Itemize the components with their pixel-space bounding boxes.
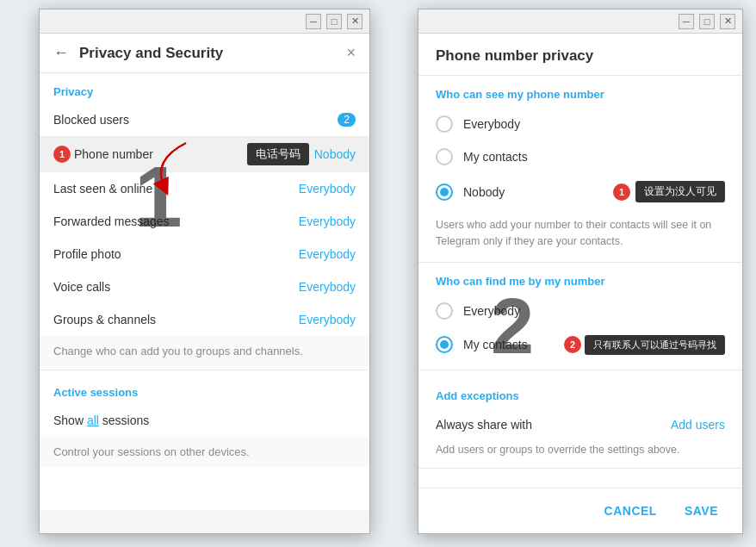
phone-number-value: Nobody xyxy=(314,147,356,161)
panel-title: Privacy and Security xyxy=(79,45,346,62)
divider-1 xyxy=(40,370,369,370)
sessions-description: Control your sessions on other devices. xyxy=(40,437,369,467)
tooltip-phone-number: 电话号码 xyxy=(247,143,309,165)
phone-number-item[interactable]: 1 Phone number 电话号码 Nobody xyxy=(40,136,369,172)
voice-calls-label: Voice calls xyxy=(53,280,299,294)
annotation-circle-2: 2 xyxy=(564,336,581,353)
annotation-circle-1: 1 xyxy=(53,146,71,163)
last-seen-label: Last seen & online xyxy=(53,182,299,196)
last-seen-value: Everybody xyxy=(299,182,356,196)
radio-label-contacts-2: My contacts xyxy=(463,338,559,351)
profile-photo-item[interactable]: Profile photo Everybody xyxy=(40,238,369,270)
panel-body-left: ← Privacy and Security × Privacy Blocked… xyxy=(40,34,369,510)
dialog-header: Phone number privacy xyxy=(418,34,742,76)
radio-circle-everybody-2 xyxy=(436,302,453,320)
radio-circle-contacts-2 xyxy=(436,336,453,353)
window-titlebar-left: ─ □ ✕ xyxy=(40,9,369,34)
panel-header: ← Privacy and Security × xyxy=(40,34,369,73)
voice-calls-value: Everybody xyxy=(299,280,356,294)
radio-label-contacts-1: My contacts xyxy=(463,150,725,164)
add-exceptions-label: Add exceptions xyxy=(418,377,742,409)
dialog-footer: CANCEL SAVE xyxy=(418,488,742,533)
dialog-title: Phone number privacy xyxy=(436,47,725,65)
radio-circle-contacts-1 xyxy=(436,148,453,165)
blocked-users-item[interactable]: Blocked users 2 xyxy=(40,103,369,136)
groups-channels-label: Groups & channels xyxy=(53,313,299,326)
radio-circle-everybody-1 xyxy=(436,115,453,133)
section2-label: Who can find me by my number xyxy=(418,263,742,295)
back-button[interactable]: ← xyxy=(53,44,69,62)
radio-everybody-1[interactable]: Everybody xyxy=(418,108,742,140)
phone-privacy-dialog: Phone number privacy Who can see my phon… xyxy=(418,34,742,533)
add-users-button[interactable]: Add users xyxy=(671,418,725,432)
always-share-label: Always share with xyxy=(436,418,671,432)
voice-calls-item[interactable]: Voice calls Everybody xyxy=(40,270,369,303)
close-icon[interactable]: × xyxy=(346,44,356,62)
close-btn-right[interactable]: ✕ xyxy=(720,14,735,29)
annotation-circle-nobody: 1 xyxy=(613,183,630,201)
radio-my-contacts-1[interactable]: My contacts xyxy=(418,140,742,173)
forwarded-messages-item[interactable]: Forwarded messages Everybody xyxy=(40,205,369,238)
privacy-security-window: ─ □ ✕ ← Privacy and Security × Privacy B… xyxy=(39,9,370,534)
blocked-users-label: Blocked users xyxy=(53,113,338,127)
all-link: all xyxy=(87,413,99,427)
maximize-btn-right[interactable]: □ xyxy=(699,14,715,29)
active-sessions-label: Active sessions xyxy=(40,374,369,404)
groups-description: Change who can add you to groups and cha… xyxy=(40,336,369,366)
phone-privacy-window: ─ □ ✕ Phone number privacy Who can see m… xyxy=(418,9,743,534)
close-btn-left[interactable]: ✕ xyxy=(347,14,363,29)
radio-circle-nobody xyxy=(436,183,453,201)
blocked-users-badge: 2 xyxy=(338,113,356,127)
show-all-sessions-item[interactable]: Show all sessions xyxy=(40,404,369,437)
radio-my-contacts-2[interactable]: My contacts 2 只有联系人可以通过号码寻找 xyxy=(418,327,742,363)
window-titlebar-right: ─ □ ✕ xyxy=(418,9,742,34)
profile-photo-label: Profile photo xyxy=(53,247,299,261)
privacy-section-label: Privacy xyxy=(40,73,369,103)
radio-everybody-2[interactable]: Everybody xyxy=(418,295,742,327)
tooltip-contacts: 只有联系人可以通过号码寻找 xyxy=(585,335,725,355)
section1-label: Who can see my phone number xyxy=(418,76,742,108)
profile-photo-value: Everybody xyxy=(299,247,356,261)
exceptions-description: Add users or groups to override the sett… xyxy=(418,440,742,469)
radio-label-everybody-2: Everybody xyxy=(463,304,725,318)
forwarded-label: Forwarded messages xyxy=(53,214,299,228)
maximize-btn-left[interactable]: □ xyxy=(326,14,342,29)
groups-channels-value: Everybody xyxy=(299,313,356,326)
groups-channels-item[interactable]: Groups & channels Everybody xyxy=(40,303,369,336)
dialog-body: Who can see my phone number Everybody My… xyxy=(418,76,742,488)
tooltip-nobody: 设置为没人可见 xyxy=(635,181,725,202)
forwarded-value: Everybody xyxy=(299,214,356,228)
show-all-sessions-label: Show all sessions xyxy=(53,413,356,427)
phone-number-info: Users who add your number to their conta… xyxy=(418,210,742,263)
save-button[interactable]: SAVE xyxy=(678,499,725,523)
divider-2 xyxy=(418,370,742,370)
cancel-button[interactable]: CANCEL xyxy=(598,499,664,523)
last-seen-item[interactable]: Last seen & online Everybody xyxy=(40,172,369,205)
always-share-row: Always share with Add users xyxy=(418,409,742,440)
radio-label-nobody: Nobody xyxy=(463,185,608,199)
radio-nobody[interactable]: Nobody 1 设置为没人可见 xyxy=(418,173,742,210)
radio-label-everybody-1: Everybody xyxy=(463,117,725,131)
minimize-btn-right[interactable]: ─ xyxy=(679,14,694,29)
minimize-btn-left[interactable]: ─ xyxy=(306,14,321,29)
